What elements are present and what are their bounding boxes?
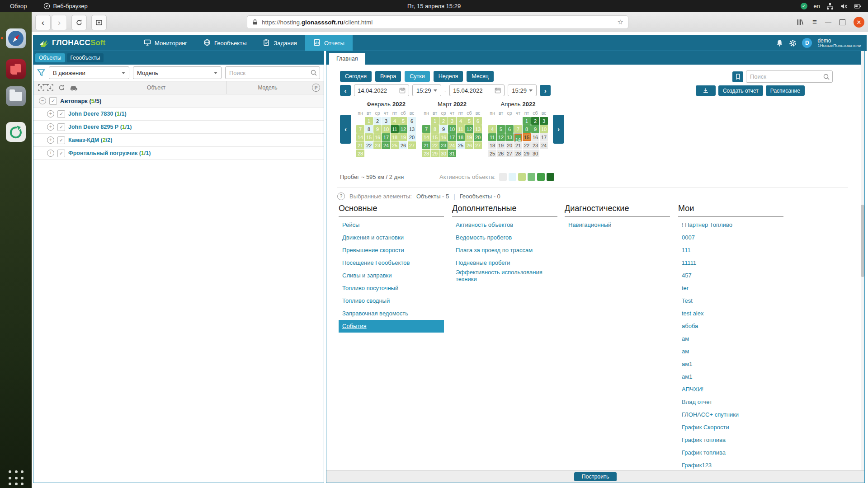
calendar-day[interactable]: 9 [439,125,448,133]
calendar-day[interactable]: 13 [474,125,482,133]
calendar-day[interactable]: 1 [523,117,531,125]
calendar-day[interactable]: 20 [505,141,514,149]
calendar-day[interactable]: 17 [382,133,390,141]
tab-main[interactable]: Главная [329,53,365,65]
range-button[interactable]: Неделя [434,71,463,82]
report-link[interactable]: Эффективность использования техники [452,269,557,283]
report-link[interactable]: Ведомость пробегов [452,231,557,244]
red-app-dock-icon[interactable] [6,59,26,79]
report-link[interactable]: График топлива [678,434,783,446]
keyboard-layout[interactable]: en [814,3,820,9]
calendar-day[interactable]: 4 [391,117,399,125]
calendar-day[interactable]: 30 [439,150,448,157]
report-link[interactable]: Топливо посуточный [339,282,444,295]
range-button[interactable]: Вчера [375,71,401,82]
calendar-prev-button[interactable]: ‹ [340,115,351,144]
calendar-day[interactable]: 8 [523,125,531,133]
calendar-day[interactable]: 15 [523,133,531,141]
calendar-day[interactable]: 20 [474,133,482,141]
calendar-day[interactable]: 26 [497,150,505,157]
collapse-icon[interactable]: − [39,97,46,104]
next-day-button[interactable]: › [540,85,551,96]
calendar-day[interactable]: 2 [531,117,539,125]
minimize-button[interactable]: — [825,19,831,26]
report-link[interactable]: Движения и остановки [339,231,444,244]
expand-icon[interactable]: + [47,110,54,117]
report-link[interactable]: 111 [678,244,783,257]
reload-button[interactable] [71,15,87,30]
calendar-day[interactable]: 3 [540,117,548,125]
state-filter-select[interactable]: В движении [49,66,129,79]
expand-icon[interactable]: + [47,136,54,144]
glonasssoft-logo[interactable]: ГЛОНАССSoft [39,38,123,47]
tree-row[interactable]: +✓Камаз-КДМ (2/2) [33,134,324,147]
sidebar-tab-objects[interactable]: Объекты [35,53,65,62]
tree-row[interactable]: +✓Фронтальный погрузчик (1/1) [33,147,324,160]
schedule-button[interactable]: Расписание [766,85,805,96]
network-icon[interactable] [826,3,834,10]
scrollbar-thumb[interactable] [861,205,864,277]
calendar-day[interactable]: 10 [448,125,456,133]
calendar-day[interactable]: 5 [497,125,505,133]
tree-checkbox[interactable]: ✓ [57,136,65,144]
sidebar-tab-geoobjects[interactable]: Геообъекты [67,53,104,62]
calendar-day[interactable]: 11 [391,125,399,133]
report-link[interactable]: 0007 [678,231,783,244]
calendar-day[interactable]: 12 [399,125,407,133]
tree-checkbox[interactable]: ✓ [57,123,65,131]
filter-icon[interactable] [37,69,45,77]
calendar-day[interactable]: 22 [365,141,373,149]
bookmark-button[interactable] [732,71,743,82]
report-link[interactable]: Сливы и заправки [339,269,444,282]
calendar-day[interactable]: 25 [391,141,399,149]
user-info[interactable]: demo 1НовыеПользователи [817,38,861,48]
close-button[interactable]: ✕ [854,17,864,28]
nav-item-geoobjects[interactable]: Геообъекты [195,35,255,51]
calendar-day[interactable]: 5 [465,117,473,125]
calendar-day[interactable]: 9 [531,125,539,133]
report-link[interactable]: Test [678,295,783,307]
calendar-day[interactable]: 28 [514,150,522,157]
report-link[interactable]: ГЛОНАСС+ спутники [678,408,783,421]
refresh-icon[interactable] [58,84,65,91]
web-browser-dock-icon[interactable] [6,28,26,48]
column-header-model[interactable]: Модель [226,81,308,94]
expand-collapse-icon[interactable] [38,84,53,91]
calendar-day[interactable]: 6 [505,125,514,133]
calendar-day[interactable]: 20 [408,133,416,141]
report-link[interactable]: Заправочная ведомость [339,307,444,320]
report-link[interactable]: Навигационный [565,219,670,231]
calendar-day[interactable]: 11 [457,125,465,133]
calendar-day[interactable]: 21 [422,141,430,149]
calendar-day[interactable]: 7 [514,125,522,133]
calendar-day[interactable]: 21 [356,141,364,149]
bell-icon[interactable] [776,39,783,47]
bookmark-star-icon[interactable]: ☆ [618,18,623,26]
report-link[interactable]: ам [678,333,783,345]
nav-item-tasks[interactable]: Задания [255,35,305,51]
calendar-day[interactable]: 16 [439,133,448,141]
calendar-day[interactable]: 26 [399,141,407,149]
report-link[interactable]: События [339,320,444,333]
report-link[interactable]: ter [678,282,783,295]
calendar-day[interactable]: 12 [465,125,473,133]
menu-icon[interactable]: ≡ [812,18,817,27]
expand-icon[interactable]: + [47,123,54,131]
calendar-day[interactable]: 8 [365,125,373,133]
report-link[interactable]: Подневные пробеги [452,257,557,269]
show-applications-button[interactable] [8,469,26,488]
calendar-day[interactable]: 18 [488,141,496,149]
calendar-day[interactable]: 29 [523,150,531,157]
report-link[interactable]: ам [678,345,783,358]
calendar-day[interactable]: 10 [540,125,548,133]
volume-muted-icon[interactable] [840,3,848,10]
report-link[interactable]: ! Партнер Топливо [678,219,783,231]
nav-item-reports[interactable]: Отчеты [305,35,353,51]
calendar-day[interactable]: 21 [514,141,522,149]
tree-row[interactable]: +✓John Deere 7830 (1/1) [33,108,324,121]
report-link[interactable]: абоба [678,320,783,333]
battery-icon[interactable] [854,3,862,10]
calendar-day[interactable]: 3 [448,117,456,125]
calendar-day[interactable]: 13 [408,125,416,133]
tree-row[interactable]: +✓John Deere 8295 Р (1/1) [33,121,324,134]
